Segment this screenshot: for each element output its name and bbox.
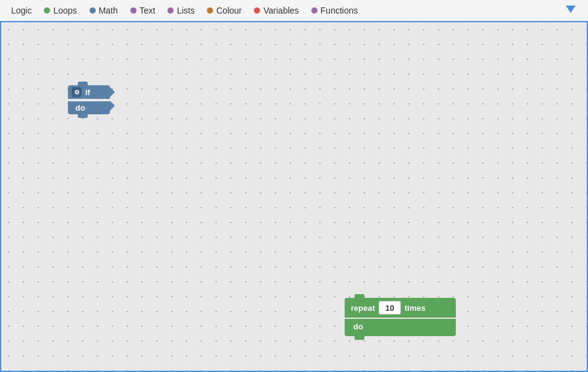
repeat-label: repeat: [351, 303, 375, 313]
loops-label: Loops: [53, 6, 77, 15]
toolbar-item-text[interactable]: Text: [124, 3, 162, 18]
repeat-block-top: repeat 10 times: [345, 298, 456, 318]
toolbar-item-lists[interactable]: Lists: [161, 3, 201, 18]
functions-label: Functions: [321, 6, 358, 15]
text-label: Text: [140, 6, 156, 15]
block-canvas[interactable]: ⚙ if do repeat 10: [0, 22, 588, 372]
toolbar-item-loops[interactable]: Loops: [38, 3, 83, 18]
repeat-block-bottom: do: [345, 319, 456, 336]
colour-label: Colour: [216, 6, 242, 15]
toolbar: Logic Loops Math Text Lists Colour Varia…: [0, 0, 588, 22]
times-label: times: [405, 303, 426, 313]
toolbar-item-logic[interactable]: Logic: [5, 3, 38, 18]
text-dot: [130, 7, 136, 14]
repeat-do-label: do: [353, 322, 363, 331]
variables-dot: [254, 7, 260, 14]
if-label: if: [85, 88, 90, 97]
if-block[interactable]: ⚙ if do: [68, 82, 110, 118]
logic-label: Logic: [11, 6, 32, 15]
math-label: Math: [99, 6, 118, 15]
repeat-block[interactable]: repeat 10 times do: [345, 294, 456, 340]
loops-dot: [44, 7, 50, 14]
math-dot: [90, 7, 96, 14]
if-block-top: ⚙ if: [68, 85, 110, 99]
lists-label: Lists: [177, 6, 195, 15]
variables-label: Variables: [263, 6, 298, 15]
toolbar-item-math[interactable]: Math: [83, 3, 124, 18]
toolbar-item-colour[interactable]: Colour: [201, 3, 248, 18]
toolbar-item-variables[interactable]: Variables: [248, 3, 304, 18]
if-block-bottom: do: [68, 101, 110, 114]
colour-dot: [207, 7, 213, 14]
repeat-value[interactable]: 10: [379, 301, 401, 315]
lists-dot: [167, 7, 174, 14]
toolbar-item-functions[interactable]: Functions: [305, 3, 364, 18]
gear-icon: ⚙: [72, 87, 82, 97]
toolbar-arrow: [565, 3, 577, 18]
svg-marker-0: [566, 6, 576, 13]
functions-dot: [311, 7, 317, 14]
do-label: do: [75, 103, 85, 112]
